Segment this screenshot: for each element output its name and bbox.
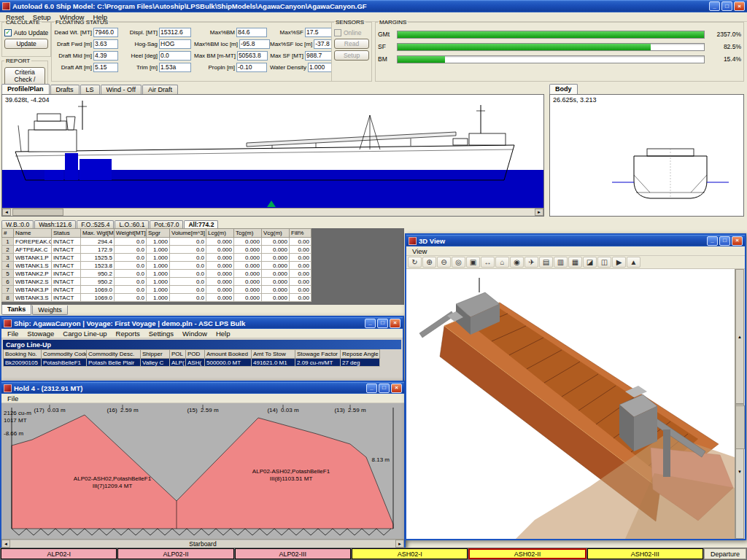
menu-item[interactable]: Help [212,330,235,338]
split-view-icon[interactable]: ◫ [597,257,611,268]
view-tab[interactable]: Drafts [50,85,80,94]
view3d-close-button[interactable]: × [732,236,743,246]
column-header[interactable]: Lcg(m) [206,229,234,238]
view3d-v-scrollbar[interactable]: ▲ ▼ [735,269,745,539]
shaded-icon[interactable]: ▦ [568,257,582,268]
view-tab[interactable]: Profile/Plan [1,84,50,94]
panel-tab[interactable]: Weights [32,306,67,315]
column-header[interactable]: Volume[m^3] [170,229,206,238]
column-header[interactable]: Tcg(m) [234,229,262,238]
table-row[interactable]: 4WBTANK1.SINTACT1523.80.01.0000.00.0000.… [2,262,311,270]
table-row[interactable]: 1FOREPEAK.CINTACT294.40.01.0000.00.0000.… [2,238,311,246]
column-header[interactable]: # [2,229,14,238]
menu-item[interactable]: View [408,247,431,255]
online-checkbox[interactable]: Online [334,28,369,37]
tank-tab[interactable]: Pot.:67.0 [150,220,183,228]
column-header[interactable]: POL [170,350,186,359]
tank-tab[interactable]: L.O.:60.1 [115,220,149,228]
column-header[interactable]: Amt To Stow [252,350,295,359]
view3d-maximize-button[interactable]: □ [719,236,730,246]
field-value-input[interactable] [236,28,267,37]
tank-tab[interactable]: Wash:121.6 [34,220,76,228]
hold-titlebar[interactable]: Hold 4 - (2312.91 MT) _ □ × [1,382,404,394]
field-value-input[interactable] [159,63,191,72]
home-view-icon[interactable]: ⌂ [495,257,509,268]
field-value-input[interactable] [159,51,191,61]
column-header[interactable]: Name [14,229,52,238]
column-header[interactable]: Commodity Desc. [87,350,141,359]
update-button[interactable]: Update [4,39,48,49]
view3d-titlebar[interactable]: 3D View _ □ × [406,235,745,246]
cargo-hold-segment[interactable]: Departure [704,548,746,559]
column-header[interactable]: Max. Wgt[MT] [81,229,115,238]
field-value-input[interactable] [159,39,191,49]
field-value-input[interactable] [239,39,270,49]
table-row[interactable]: Bk20090105PotashBelleF1Potash Belle Plai… [4,359,380,367]
scroll-right-icon[interactable]: ► [535,209,543,216]
column-header[interactable]: POD [186,350,205,359]
field-value-input[interactable] [93,28,118,37]
perspective-icon[interactable]: ◉ [510,257,524,268]
body-tab[interactable]: Body [549,84,578,94]
scroll-thumb[interactable] [12,209,63,216]
zoom-extents-icon[interactable]: ◎ [452,257,465,268]
ship-3d-view[interactable] [406,269,735,539]
field-value-input[interactable] [159,28,191,37]
menu-item[interactable]: File [3,394,23,402]
wireframe-icon[interactable]: ▤ [539,257,553,268]
voyage-titlebar[interactable]: Ship: AgawaCanyon | Voyage: First Voyage… [1,317,403,329]
voyage-maximize-button[interactable]: □ [377,319,388,328]
column-header[interactable]: Stowage Factor [295,350,341,359]
field-value-input[interactable] [305,51,333,61]
scroll-up-icon[interactable]: ▲ [735,269,744,404]
scroll-left-icon[interactable]: ◄ [1,540,10,548]
select-icon[interactable]: ▲ [627,257,640,268]
fly-through-icon[interactable]: ✈ [525,257,538,268]
menu-item[interactable]: Stowage [23,330,58,338]
field-value-input[interactable] [305,28,333,37]
tank-tab[interactable]: W.B.:0.0 [1,220,34,228]
rotate-icon[interactable]: ↻ [408,257,422,268]
read-button[interactable]: Read [334,39,369,49]
field-value-input[interactable] [236,63,267,72]
play-icon[interactable]: ▶ [612,257,626,268]
tank-tab[interactable]: F.O.:525.4 [77,220,114,228]
column-header[interactable]: Commodity Code [42,350,87,359]
menu-item[interactable]: Window [178,330,212,338]
field-value-input[interactable] [93,39,118,49]
table-row[interactable]: 7WBTANK3.PINTACT1069.00.01.0000.00.0000.… [2,286,311,294]
cargo-hold-segment[interactable]: ALP02-II [117,548,233,559]
view-tab[interactable]: Air Draft [142,85,178,94]
panel-tab[interactable]: Tanks [1,305,31,315]
cargo-hold-segment[interactable]: ALP02-I [1,548,117,559]
checkbox-check-icon[interactable]: ✓ [4,29,12,36]
menu-item[interactable]: Settings [144,330,178,338]
minimize-button-icon[interactable]: _ [709,1,720,11]
cargo-hold-segment[interactable]: ASH02-I [352,548,468,559]
column-header[interactable]: Vcg(m) [262,229,290,238]
menu-item[interactable]: Cargo Line-up [58,330,111,338]
checkbox-empty-icon[interactable] [334,29,341,36]
column-header[interactable]: Booking No. [4,350,42,359]
pan-icon[interactable]: ↔ [481,257,495,268]
table-row[interactable]: 2AFTPEAK.CINTACT172.90.01.0000.00.0000.0… [2,246,311,254]
hold-section-view[interactable]: (17) 0.03 m (16) 2.59 m (15) 2.59 m (14)… [1,403,404,539]
cargo-lineup-caption[interactable]: Cargo Line-Up [3,340,401,349]
body-view[interactable]: 26.625s, 3.213 [549,94,744,217]
voyage-minimize-button[interactable]: _ [365,319,376,328]
cargo-hold-segment[interactable]: ASH02-III [587,548,703,559]
profile-view[interactable]: 39.628t, -4.204 [1,94,544,217]
field-value-input[interactable] [93,63,118,72]
voyage-close-button[interactable]: × [390,319,400,328]
scroll-left-icon[interactable]: ◄ [2,209,11,216]
setup-button[interactable]: Setup [334,50,369,61]
zoom-out-icon[interactable]: ⊖ [437,257,451,268]
field-value-input[interactable] [237,51,268,61]
column-header[interactable]: Shipper [141,350,170,359]
hold-restore-button[interactable]: □ [379,384,390,393]
table-row[interactable]: 3WBTANK1.PINTACT1525.50.01.0000.00.0000.… [2,254,311,262]
menu-item[interactable]: File [3,330,23,338]
transparency-icon[interactable]: ◪ [583,257,597,268]
view-tab[interactable]: Wind - Off [101,85,142,94]
cargo-hold-segment[interactable]: ASH02-II [468,548,586,559]
